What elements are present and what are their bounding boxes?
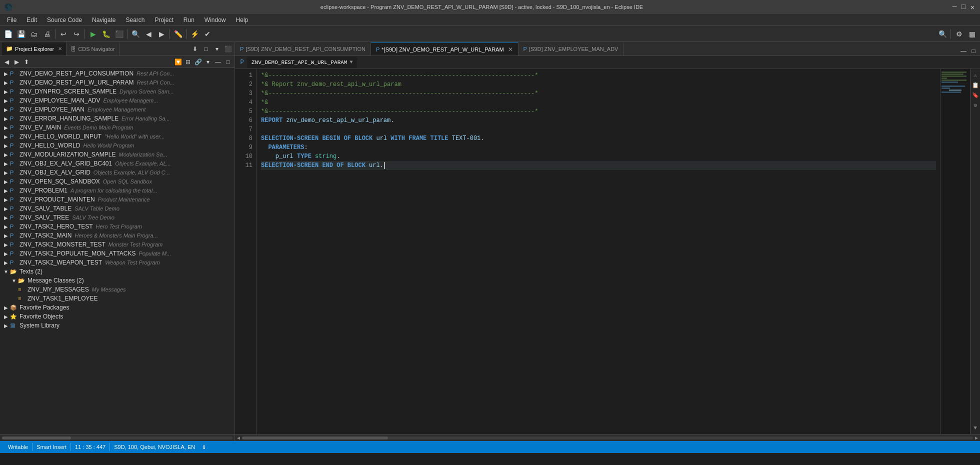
tree-collapse-all-btn[interactable]: ⊟ xyxy=(184,58,192,66)
tree-item-monster[interactable]: ▶ P ZNV_TASK2_MONSTER_TEST Monster Test … xyxy=(0,240,234,249)
tree-texts-group[interactable]: ▼ 📂 Texts (2) xyxy=(0,267,234,276)
menu-run[interactable]: Run xyxy=(178,16,200,24)
tabs-maximize-btn[interactable]: □ xyxy=(969,46,978,56)
editor-tab-consumption[interactable]: P [S9D] ZNV_DEMO_REST_API_CONSUMPTION xyxy=(235,42,371,56)
horizontal-scrollbar[interactable] xyxy=(0,434,234,441)
tree-item-task1-emp[interactable]: ≡ ZNV_TASK1_EMPLOYEE xyxy=(0,294,234,303)
toolbar-pencil[interactable]: ✏️ xyxy=(172,28,184,40)
panel-close-icon[interactable]: ✕ xyxy=(58,46,62,52)
toolbar-redo[interactable]: ↪ xyxy=(70,28,82,40)
side-icon-4[interactable]: ⚙ xyxy=(972,101,980,109)
tree-msg-classes-group[interactable]: ▼ 📂 Message Classes (2) xyxy=(0,276,234,285)
toolbar-undo[interactable]: ↩ xyxy=(58,28,70,40)
tree-item-salv-table[interactable]: ▶ P ZNV_SALV_TABLE SALV Table Demo xyxy=(0,204,234,213)
tree-item-alv-grid[interactable]: ▶ P ZNV_OBJ_EX_ALV_GRID Objects Example,… xyxy=(0,168,234,177)
tree-item-hero-test[interactable]: ▶ P ZNV_TASK2_HERO_TEST Hero Test Progra… xyxy=(0,222,234,231)
panel-minimize-btn[interactable]: ⬇ xyxy=(190,44,200,54)
menu-search[interactable]: Search xyxy=(120,16,150,24)
toolbar-check[interactable]: ✔ xyxy=(202,28,214,40)
side-icon-bottom[interactable]: ▼ xyxy=(972,424,980,432)
toolbar-search[interactable]: 🔍 xyxy=(130,28,142,40)
toolbar-search-right[interactable]: 🔍 xyxy=(936,28,948,40)
tree-item-dynpro[interactable]: ▶ P ZNV_DYNPRO_SCREEN_SAMPLE Dynpro Scre… xyxy=(0,87,234,96)
tree-item-populate[interactable]: ▶ P ZNV_TASK2_POPULATE_MON_ATTACKS Popul… xyxy=(0,249,234,258)
toolbar-debug[interactable]: 🐛 xyxy=(100,28,112,40)
editor-tab-url-param[interactable]: P *[S9D] ZNV_DEMO_REST_API_W_URL_PARAM ✕ xyxy=(371,42,518,56)
tree-item-my-messages[interactable]: ≡ ZNV_MY_MESSAGES My Messages xyxy=(0,285,234,294)
inner-tab-source[interactable]: ZNV_DEMO_REST_API_W_URL_PARAM ▼ xyxy=(247,57,357,68)
tree-minimize-btn[interactable]: — xyxy=(214,58,222,66)
menu-source-code[interactable]: Source Code xyxy=(42,16,87,24)
menu-file[interactable]: File xyxy=(2,16,22,24)
tree-fav-packages[interactable]: ▶ 📦 Favorite Packages xyxy=(0,303,234,312)
tree-item-problem1[interactable]: ▶ P ZNV_PROBLEM1 A program for calculati… xyxy=(0,186,234,195)
inner-tab-dropdown[interactable]: ▼ xyxy=(350,60,352,65)
status-system[interactable]: S9D, 100, Qebui, NVOJISLA, EN xyxy=(110,441,199,453)
status-smart-insert[interactable]: Smart Insert xyxy=(32,441,70,453)
menu-navigate[interactable]: Navigate xyxy=(87,16,120,24)
tree-item-modularization[interactable]: ▶ P ZNV_MODULARIZATION_SAMPLE Modulariza… xyxy=(0,150,234,159)
toolbar-forward[interactable]: ▶ xyxy=(156,28,168,40)
tree-item-ev[interactable]: ▶ P ZNV_EV_MAIN Events Demo Main Program xyxy=(0,123,234,132)
scroll-left-btn[interactable]: ◀ xyxy=(237,435,240,441)
scroll-right-btn[interactable]: ▶ xyxy=(975,435,978,441)
tree-item-url-param[interactable]: ▶ P ZNV_DEMO_REST_API_W_URL_PARAM Rest A… xyxy=(0,78,234,87)
scroll-thumb[interactable] xyxy=(242,436,388,440)
status-writable[interactable]: Writable xyxy=(4,441,32,453)
tree-item-emp[interactable]: ▶ P ZNV_EMPLOYEE_MAN Employee Management xyxy=(0,105,234,114)
toolbar-print[interactable]: 🖨 xyxy=(41,28,53,40)
toolbar-run[interactable]: ▶ xyxy=(87,28,99,40)
tree-item-weapon[interactable]: ▶ P ZNV_TASK2_WEAPON_TEST Weapon Test Pr… xyxy=(0,258,234,267)
tree-up-btn[interactable]: ⬆ xyxy=(22,58,31,66)
toolbar-new[interactable]: 📄 xyxy=(2,28,14,40)
scroll-thumb[interactable] xyxy=(2,436,71,440)
tree-content[interactable]: ▶ P ZNV_DEMO_REST_API_CONSUMPTION Rest A… xyxy=(0,68,234,434)
close-button[interactable]: ✕ xyxy=(969,4,976,10)
toolbar-save-all[interactable]: 🗂 xyxy=(28,28,40,40)
toolbar-gear[interactable]: ⚙ xyxy=(953,28,965,40)
toolbar-back[interactable]: ◀ xyxy=(142,28,154,40)
menu-project[interactable]: Project xyxy=(150,16,178,24)
editor-horizontal-scrollbar[interactable]: ◀ ▶ xyxy=(235,434,980,441)
tree-forward-btn[interactable]: ▶ xyxy=(12,58,21,66)
menu-help[interactable]: Help xyxy=(231,16,254,24)
side-icon-1[interactable]: ⚠ xyxy=(972,71,980,79)
tree-item-product[interactable]: ▶ P ZNV_PRODUCT_MAINTEN Product Maintena… xyxy=(0,195,234,204)
maximize-button[interactable]: □ xyxy=(960,4,967,10)
tab-close-btn[interactable]: ✕ xyxy=(508,46,513,53)
tree-view-menu-btn[interactable]: ▾ xyxy=(204,58,212,66)
toolbar-stop[interactable]: ⬛ xyxy=(113,28,125,40)
menu-edit[interactable]: Edit xyxy=(22,16,42,24)
cds-navigator-tab[interactable]: 🗄 CDS Navigator xyxy=(66,42,119,56)
tree-item-error[interactable]: ▶ P ZNV_ERROR_HANDLING_SAMPLE Error Hand… xyxy=(0,114,234,123)
tree-item-alv-bc401[interactable]: ▶ P ZNV_OBJ_EX_ALV_GRID_BC401 Objects Ex… xyxy=(0,159,234,168)
panel-maximize-btn[interactable]: □ xyxy=(202,44,210,54)
tree-item-task2-main[interactable]: ▶ P ZNV_TASK2_MAIN Heroes & Monsters Mai… xyxy=(0,231,234,240)
tabs-minimize-btn[interactable]: — xyxy=(959,46,968,56)
toolbar-layout[interactable]: ▦ xyxy=(966,28,978,40)
tree-item-consumption[interactable]: ▶ P ZNV_DEMO_REST_API_CONSUMPTION Rest A… xyxy=(0,69,234,78)
tree-system-lib[interactable]: ▶ 🏛 System Library xyxy=(0,321,234,330)
panel-view-menu-btn[interactable]: ▾ xyxy=(212,44,222,54)
panel-collapse-btn[interactable]: ⬛ xyxy=(224,44,232,54)
tree-item-sql[interactable]: ▶ P ZNV_OPEN_SQL_SANDBOX Open SQL Sandbo… xyxy=(0,177,234,186)
tree-item-hello[interactable]: ▶ P ZNV_HELLO_WORLD Hello World Program xyxy=(0,141,234,150)
tree-back-btn[interactable]: ◀ xyxy=(2,58,11,66)
toolbar-save[interactable]: 💾 xyxy=(15,28,27,40)
side-icon-3[interactable]: 🔖 xyxy=(972,91,980,99)
project-explorer-tab[interactable]: 📁 Project Explorer ✕ xyxy=(2,42,66,56)
toolbar-activate[interactable]: ⚡ xyxy=(188,28,200,40)
tree-fav-objects[interactable]: ▶ ⭐ Favorite Objects xyxy=(0,312,234,321)
tree-item-emp-adv[interactable]: ▶ P ZNV_EMPLOYEE_MAN_ADV Employee Manage… xyxy=(0,96,234,105)
tree-filter-btn[interactable]: 🔽 xyxy=(174,58,182,66)
side-icon-2[interactable]: 📋 xyxy=(972,81,980,89)
tree-item-salv-tree[interactable]: ▶ P ZNV_SALV_TREE SALV Tree Demo xyxy=(0,213,234,222)
menu-window[interactable]: Window xyxy=(200,16,231,24)
tree-link-btn[interactable]: 🔗 xyxy=(194,58,202,66)
editor-tab-emp-adv[interactable]: P [S9D] ZNV_EMPLOYEE_MAN_ADV xyxy=(518,42,624,56)
tree-item-hello-input[interactable]: ▶ P ZNV_HELLO_WORLD_INPUT "Hello World" … xyxy=(0,132,234,141)
status-position[interactable]: 11 : 35 : 447 xyxy=(71,441,110,453)
tree-maximize-btn[interactable]: □ xyxy=(224,58,232,66)
code-editor[interactable]: *&--------------------------------------… xyxy=(257,69,940,434)
minimize-button[interactable]: ─ xyxy=(951,4,958,10)
